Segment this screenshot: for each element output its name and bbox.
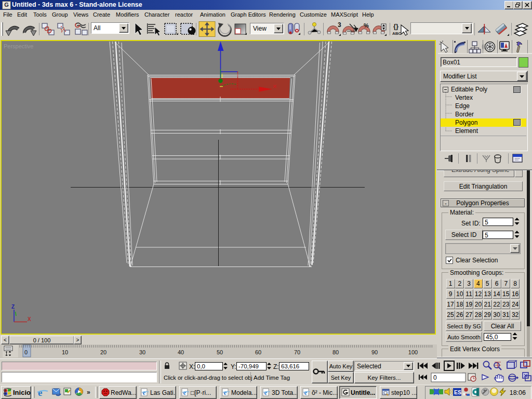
svg-text:{}: {} — [393, 22, 398, 30]
svg-text:X: X — [28, 316, 31, 322]
svg-text:e: e — [264, 389, 268, 396]
svg-text:e: e — [224, 389, 227, 396]
svg-text:0: 0 — [433, 374, 437, 381]
svg-text:»: » — [87, 389, 90, 396]
svg-text:Z: Z — [11, 304, 15, 310]
svg-text:e: e — [304, 389, 308, 396]
svg-text:e: e — [143, 389, 146, 396]
svg-text:e: e — [38, 387, 42, 398]
svg-text:ABC: ABC — [392, 31, 402, 36]
svg-text:3: 3 — [338, 21, 341, 29]
svg-text:ES: ES — [454, 389, 461, 395]
svg-text:%: % — [364, 22, 369, 29]
svg-text:e: e — [183, 389, 187, 396]
